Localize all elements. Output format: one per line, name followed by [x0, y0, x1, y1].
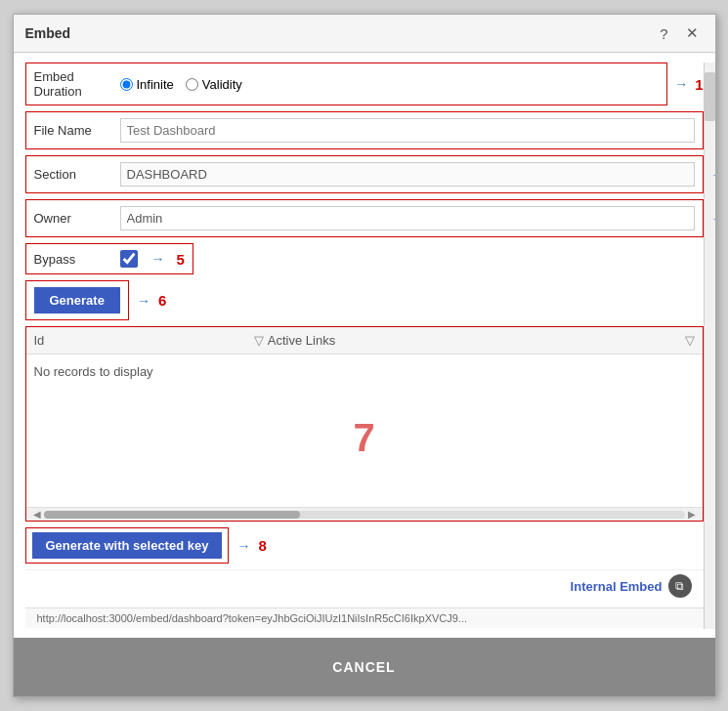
- file-name-input[interactable]: [120, 118, 695, 143]
- duration-radio-group: Infinite Validity: [120, 77, 242, 92]
- annotation-arrow-1: →: [674, 76, 688, 92]
- table-center-annotation: 7: [34, 379, 695, 496]
- generate-selected-row: Generate with selected key: [25, 527, 230, 564]
- section-label: Section: [34, 167, 112, 182]
- validity-option[interactable]: Validity: [186, 77, 242, 92]
- generate-button[interactable]: Generate: [34, 287, 120, 314]
- bypass-row: Bypass → 5: [25, 243, 193, 274]
- annotation-8: 8: [258, 537, 266, 554]
- header-icons: ? ✕: [655, 22, 703, 44]
- close-button[interactable]: ✕: [681, 22, 704, 44]
- filter-icon-left: ▽: [254, 333, 264, 348]
- annotation-arrow-5: →: [151, 251, 165, 267]
- internal-embed-label: Internal Embed: [571, 579, 663, 594]
- col-active-links: ▽ Active Links ▽: [254, 333, 695, 348]
- annotation-1: 1: [695, 76, 703, 93]
- file-name-label: File Name: [34, 123, 112, 138]
- dialog-footer: CANCEL: [14, 638, 715, 696]
- annotation-7: 7: [353, 416, 374, 460]
- annotation-arrow-6: →: [137, 293, 150, 309]
- help-button[interactable]: ?: [655, 22, 672, 44]
- validity-label: Validity: [202, 77, 242, 92]
- infinite-radio[interactable]: [120, 78, 133, 91]
- annotation-arrow-4: →: [711, 211, 715, 227]
- scrollbar-thumb-h[interactable]: [44, 511, 300, 519]
- generate-selected-button[interactable]: Generate with selected key: [32, 532, 223, 559]
- validity-radio[interactable]: [186, 78, 198, 91]
- scrollbar-track[interactable]: [44, 511, 685, 519]
- embed-duration-label: Embed Duration: [34, 69, 112, 99]
- bypass-checkbox[interactable]: [120, 250, 138, 268]
- dialog-body: Embed Duration Infinite Validity → 1 2: [14, 53, 715, 638]
- dialog-header: Embed ? ✕: [14, 15, 715, 53]
- annotation-arrow-8: →: [236, 538, 250, 554]
- owner-row: Owner: [25, 199, 704, 237]
- url-bar: http://localhost:3000/embed/dashboard?to…: [25, 607, 704, 628]
- embed-duration-row: Embed Duration Infinite Validity →: [25, 63, 668, 105]
- section-input[interactable]: [120, 162, 695, 187]
- annotation-arrow-3: →: [711, 167, 715, 183]
- bottom-bar: Internal Embed ⧉: [25, 569, 704, 602]
- no-records-text: No records to display: [34, 364, 153, 379]
- filter-icon-right: ▽: [685, 333, 695, 348]
- dialog-title: Embed: [25, 25, 71, 41]
- scroll-left-arrow[interactable]: ◀: [30, 509, 44, 520]
- annotation-5: 5: [177, 251, 185, 268]
- scrollbar-thumb[interactable]: [705, 72, 715, 121]
- url-text: http://localhost:3000/embed/dashboard?to…: [37, 612, 468, 624]
- table-body: No records to display 7: [26, 355, 703, 507]
- embed-copy-button[interactable]: ⧉: [668, 574, 692, 598]
- section-row: Section: [25, 155, 704, 193]
- cancel-button[interactable]: CANCEL: [254, 649, 473, 685]
- embed-dialog: Embed ? ✕ Embed Duration Infinite Validi…: [13, 14, 716, 697]
- scrollbar[interactable]: [704, 63, 715, 629]
- bypass-label: Bypass: [34, 252, 112, 267]
- owner-input[interactable]: [120, 206, 695, 230]
- infinite-label: Infinite: [137, 77, 174, 92]
- col-id: Id: [34, 333, 254, 348]
- file-name-row: File Name: [25, 111, 704, 149]
- table-section: Id ▽ Active Links ▽ No records to displa…: [25, 326, 704, 522]
- infinite-option[interactable]: Infinite: [120, 77, 174, 92]
- table-header: Id ▽ Active Links ▽: [26, 327, 703, 355]
- generate-row: Generate: [25, 280, 129, 320]
- owner-label: Owner: [34, 211, 112, 226]
- table-scrollbar-row[interactable]: ◀ ▶: [26, 507, 703, 521]
- scroll-right-arrow[interactable]: ▶: [685, 509, 699, 520]
- annotation-6: 6: [158, 292, 166, 309]
